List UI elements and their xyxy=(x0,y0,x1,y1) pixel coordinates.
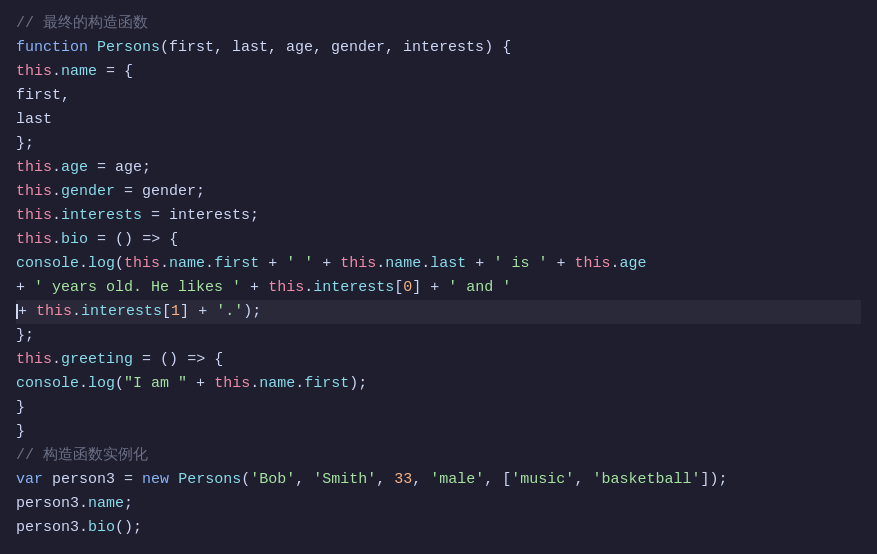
code-line-4: last xyxy=(16,108,861,132)
code-line-11: + ' years old. He likes ' + this.interes… xyxy=(16,276,861,300)
comment-line-1: // 最终的构造函数 xyxy=(16,12,861,36)
code-line-6: this.age = age; xyxy=(16,156,861,180)
code-line-18: var person3 = new Persons('Bob', 'Smith'… xyxy=(16,468,861,492)
code-line-19: person3.name; xyxy=(16,492,861,516)
code-line-17: } xyxy=(16,420,861,444)
code-line-15: console.log("I am " + this.name.first); xyxy=(16,372,861,396)
code-line-2: this.name = { xyxy=(16,60,861,84)
code-line-3: first, xyxy=(16,84,861,108)
code-line-8: this.interests = interests; xyxy=(16,204,861,228)
code-line-1: function Persons(first, last, age, gende… xyxy=(16,36,861,60)
code-line-13: }; xyxy=(16,324,861,348)
code-line-16: } xyxy=(16,396,861,420)
code-line-12: + this.interests[1] + '.'); xyxy=(16,300,861,324)
code-editor: // 最终的构造函数 function Persons(first, last,… xyxy=(16,12,861,540)
code-line-9: this.bio = () => { xyxy=(16,228,861,252)
code-line-7: this.gender = gender; xyxy=(16,180,861,204)
code-line-14: this.greeting = () => { xyxy=(16,348,861,372)
code-line-20: person3.bio(); xyxy=(16,516,861,540)
code-line-5: }; xyxy=(16,132,861,156)
comment-line-2: // 构造函数实例化 xyxy=(16,444,861,468)
code-line-10: console.log(this.name.first + ' ' + this… xyxy=(16,252,861,276)
